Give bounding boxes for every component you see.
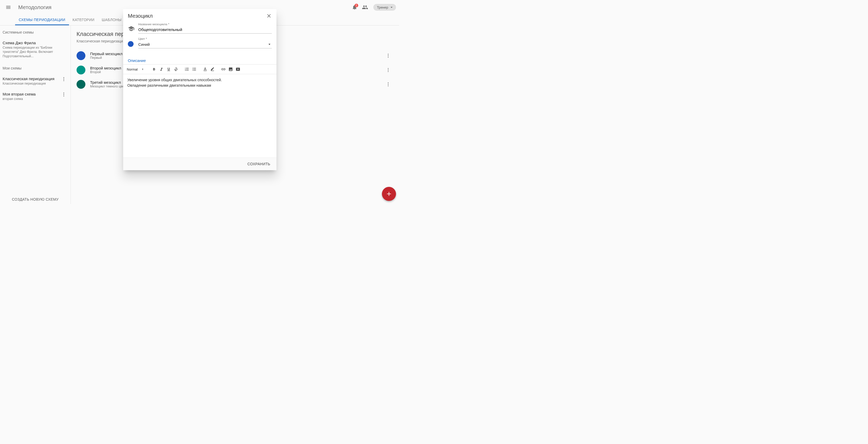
link-icon[interactable] xyxy=(220,66,227,73)
graduation-icon xyxy=(128,25,138,34)
close-icon[interactable] xyxy=(266,13,272,19)
color-select[interactable]: Синий xyxy=(138,41,272,49)
description-editor[interactable]: Увеличение уровня общих двигательных спо… xyxy=(123,74,277,157)
save-button[interactable]: СОХРАНИТЬ xyxy=(245,160,273,168)
image-icon[interactable] xyxy=(227,66,234,73)
description-toggle[interactable]: Описание xyxy=(128,58,272,63)
mesocycle-dialog: Мезоцикл Название мезоцикла * Цвет * Син… xyxy=(123,9,277,170)
format-value: Normal xyxy=(127,67,138,71)
name-field-label: Название мезоцикла * xyxy=(138,23,272,26)
dialog-title: Мезоцикл xyxy=(128,13,266,19)
chevron-updown-icon xyxy=(142,68,144,70)
highlight-color-icon[interactable] xyxy=(209,66,216,73)
bold-icon[interactable] xyxy=(151,66,157,73)
video-icon[interactable] xyxy=(235,66,241,73)
color-swatch-icon xyxy=(128,41,133,47)
bullet-list-icon[interactable] xyxy=(191,66,197,73)
format-select[interactable]: Normal xyxy=(127,67,147,71)
underline-icon[interactable] xyxy=(165,66,172,73)
strikethrough-icon[interactable] xyxy=(173,66,179,73)
editor-toolbar: Normal xyxy=(123,64,277,74)
italic-icon[interactable] xyxy=(158,66,165,73)
color-field-label: Цвет * xyxy=(138,37,272,40)
color-value: Синий xyxy=(138,42,150,46)
name-input[interactable] xyxy=(138,26,272,34)
chevron-down-icon xyxy=(267,42,272,46)
text-color-icon[interactable] xyxy=(202,66,209,73)
editor-line: Увеличение уровня общих двигательных спо… xyxy=(127,77,272,83)
ordered-list-icon[interactable] xyxy=(184,66,190,73)
editor-line: Овладение различными двигательными навык… xyxy=(127,83,272,88)
